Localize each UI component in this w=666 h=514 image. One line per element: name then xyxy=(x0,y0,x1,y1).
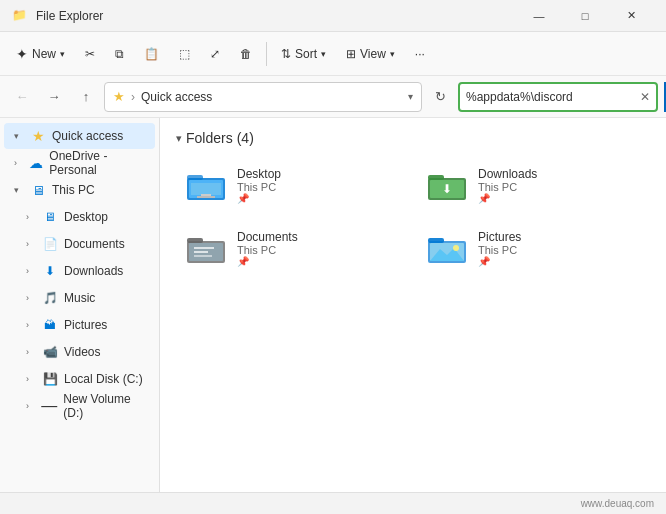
folder-card-documents[interactable]: Documents This PC 📌 xyxy=(176,221,409,276)
svg-rect-13 xyxy=(194,247,214,249)
sidebar-item-quick-access[interactable]: ▾ ★ Quick access xyxy=(4,123,155,149)
address-separator: › xyxy=(131,90,135,104)
new-chevron: ▾ xyxy=(60,49,65,59)
address-chevron-icon: ▾ xyxy=(408,91,413,102)
svg-point-20 xyxy=(453,245,459,251)
quick-access-icon: ★ xyxy=(30,128,46,144)
sort-button[interactable]: ⇅ Sort ▾ xyxy=(273,38,334,70)
maximize-button[interactable]: □ xyxy=(562,0,608,32)
sidebar-item-this-pc[interactable]: ▾ 🖥 This PC xyxy=(4,177,155,203)
svg-rect-5 xyxy=(197,196,215,198)
sidebar-item-new-volume[interactable]: › — New Volume (D:) xyxy=(16,393,155,419)
sidebar: ▾ ★ Quick access › ☁ OneDrive - Personal… xyxy=(0,118,160,492)
pictures-chevron: › xyxy=(26,320,36,330)
desktop-folder-sub: This PC xyxy=(237,181,281,193)
sidebar-item-downloads[interactable]: › ⬇ Downloads xyxy=(16,258,155,284)
up-button[interactable]: ↑ xyxy=(72,83,100,111)
downloads-folder-icon: ⬇ xyxy=(428,170,468,202)
paste-button[interactable]: 📋 xyxy=(136,38,167,70)
downloads-folder-sub: This PC xyxy=(478,181,537,193)
title-bar: 📁 File Explorer — □ ✕ xyxy=(0,0,666,32)
search-container: ✕ → xyxy=(458,82,658,112)
cut-button[interactable]: ✂ xyxy=(77,38,103,70)
sidebar-item-music[interactable]: › 🎵 Music xyxy=(16,285,155,311)
documents-folder-name: Documents xyxy=(237,230,298,244)
local-disk-chevron: › xyxy=(26,374,36,384)
close-button[interactable]: ✕ xyxy=(608,0,654,32)
sidebar-item-local-disk[interactable]: › 💾 Local Disk (C:) xyxy=(16,366,155,392)
separator-1 xyxy=(266,42,267,66)
documents-icon: 📄 xyxy=(42,237,58,251)
folder-card-pictures[interactable]: Pictures This PC 📌 xyxy=(417,221,650,276)
address-box[interactable]: ★ › Quick access ▾ xyxy=(104,82,422,112)
documents-folder-info: Documents This PC 📌 xyxy=(237,230,298,267)
share-button[interactable]: ⤢ xyxy=(202,38,228,70)
section-label: Folders xyxy=(186,130,233,146)
copy-icon: ⧉ xyxy=(115,47,124,61)
sidebar-item-documents[interactable]: › 📄 Documents xyxy=(16,231,155,257)
refresh-button[interactable]: ↻ xyxy=(426,83,454,111)
minimize-button[interactable]: — xyxy=(516,0,562,32)
sidebar-item-videos[interactable]: › 📹 Videos xyxy=(16,339,155,365)
quick-access-chevron: ▾ xyxy=(14,131,24,141)
svg-rect-4 xyxy=(201,194,211,196)
sidebar-item-onedrive[interactable]: › ☁ OneDrive - Personal xyxy=(4,150,155,176)
cut-icon: ✂ xyxy=(85,47,95,61)
downloads-folder-name: Downloads xyxy=(478,167,537,181)
sidebar-item-desktop[interactable]: › 🖥 Desktop xyxy=(16,204,155,230)
app-icon: 📁 xyxy=(12,8,28,24)
desktop-folder-icon xyxy=(187,170,227,202)
downloads-chevron: › xyxy=(26,266,36,276)
downloads-icon: ⬇ xyxy=(42,264,58,278)
svg-rect-3 xyxy=(191,183,221,195)
sort-chevron: ▾ xyxy=(321,49,326,59)
more-icon: ··· xyxy=(415,47,425,61)
sidebar-item-pictures[interactable]: › 🏔 Pictures xyxy=(16,312,155,338)
back-button[interactable]: ← xyxy=(8,83,36,111)
new-icon: ✦ xyxy=(16,46,28,62)
downloads-folder-info: Downloads This PC 📌 xyxy=(478,167,537,204)
search-clear-icon[interactable]: ✕ xyxy=(640,90,650,104)
section-title: ▾ Folders (4) xyxy=(176,130,650,146)
documents-folder-sub: This PC xyxy=(237,244,298,256)
search-box[interactable]: ✕ xyxy=(458,82,658,112)
status-bar: www.deuaq.com xyxy=(0,492,666,514)
sort-icon: ⇅ xyxy=(281,47,291,61)
local-disk-label: Local Disk (C:) xyxy=(64,372,143,386)
section-chevron-icon: ▾ xyxy=(176,132,182,145)
view-button[interactable]: ⊞ View ▾ xyxy=(338,38,403,70)
svg-rect-11 xyxy=(187,238,203,243)
documents-chevron: › xyxy=(26,239,36,249)
folder-card-downloads[interactable]: ⬇ Downloads This PC 📌 xyxy=(417,158,650,213)
address-bar: ← → ↑ ★ › Quick access ▾ ↻ ✕ → xyxy=(0,76,666,118)
quick-access-label: Quick access xyxy=(52,129,123,143)
svg-rect-14 xyxy=(194,251,208,253)
copy-button[interactable]: ⧉ xyxy=(107,38,132,70)
more-button[interactable]: ··· xyxy=(407,38,433,70)
music-icon: 🎵 xyxy=(42,291,58,305)
new-button[interactable]: ✦ New ▾ xyxy=(8,38,73,70)
address-path: Quick access xyxy=(141,90,402,104)
app-title: File Explorer xyxy=(36,9,103,23)
move-button[interactable]: ⬚ xyxy=(171,38,198,70)
desktop-folder-pin: 📌 xyxy=(237,193,281,204)
desktop-folder-name: Desktop xyxy=(237,167,281,181)
folders-grid: Desktop This PC 📌 ⬇ Downloads xyxy=(176,158,650,276)
onedrive-icon: ☁ xyxy=(29,155,43,171)
delete-button[interactable]: 🗑 xyxy=(232,38,260,70)
new-volume-chevron: › xyxy=(26,401,35,411)
desktop-folder-info: Desktop This PC 📌 xyxy=(237,167,281,204)
folder-count: (4) xyxy=(237,130,254,146)
svg-text:⬇: ⬇ xyxy=(442,182,452,196)
desktop-chevron: › xyxy=(26,212,36,222)
new-volume-icon: — xyxy=(41,398,57,414)
content-area: ▾ Folders (4) Desktop xyxy=(160,118,666,492)
main-area: ▾ ★ Quick access › ☁ OneDrive - Personal… xyxy=(0,118,666,492)
pictures-label: Pictures xyxy=(64,318,107,332)
svg-rect-7 xyxy=(428,175,444,180)
search-input[interactable] xyxy=(466,90,636,104)
forward-button[interactable]: → xyxy=(40,83,68,111)
svg-rect-1 xyxy=(187,175,203,180)
folder-card-desktop[interactable]: Desktop This PC 📌 xyxy=(176,158,409,213)
videos-label: Videos xyxy=(64,345,100,359)
